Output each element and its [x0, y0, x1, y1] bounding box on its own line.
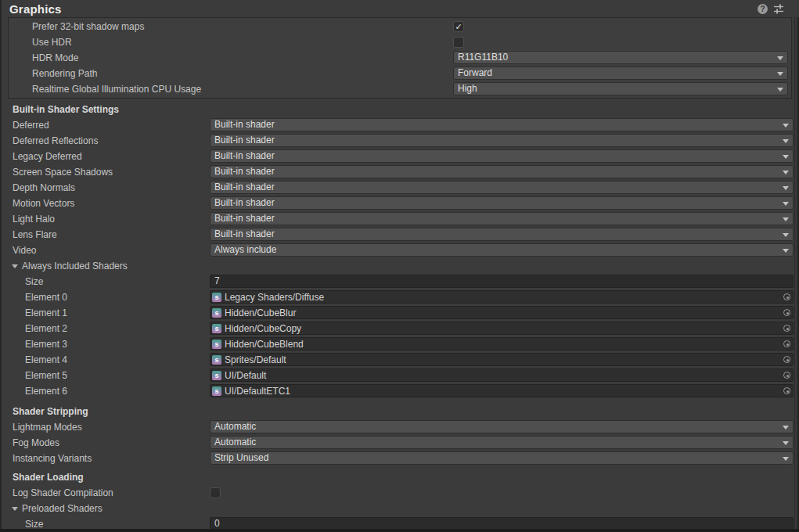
- dropdown-value: Built-in shader: [214, 182, 275, 192]
- lightmap-modes-dropdown[interactable]: Automatic: [210, 420, 794, 433]
- row-label: Size: [0, 276, 43, 287]
- object-picker-icon[interactable]: [783, 325, 790, 332]
- element-5-object-field[interactable]: s UI/Default: [210, 368, 794, 382]
- header: Graphics ? ⋮: [0, 0, 799, 17]
- always-included-size-field[interactable]: 7: [210, 275, 794, 288]
- kebab-menu-icon[interactable]: ⋮: [790, 3, 793, 14]
- object-value: UI/DefaultETC1: [225, 386, 290, 397]
- chevron-down-icon: [783, 233, 789, 237]
- object-value: Hidden/CubeBlend: [225, 339, 304, 350]
- object-picker-icon[interactable]: [783, 340, 790, 347]
- row-label: Element 0: [0, 292, 67, 303]
- section-header: Shader Stripping: [0, 404, 799, 419]
- row-label: Screen Space Shadows: [0, 167, 113, 178]
- motion-vectors-dropdown[interactable]: Built-in shader: [210, 196, 794, 210]
- preloaded-shaders-foldout[interactable]: Preloaded Shaders: [0, 501, 799, 516]
- object-picker-icon[interactable]: [783, 387, 790, 394]
- row-label: Use HDR: [9, 37, 72, 48]
- element-4-object-field[interactable]: s Sprites/Default: [210, 353, 794, 366]
- shader-icon: s: [212, 340, 221, 349]
- log-shader-compilation-checkbox[interactable]: [210, 487, 221, 498]
- shader-icon: s: [212, 386, 221, 396]
- row-label: Fog Modes: [0, 437, 59, 448]
- shader-icon: s: [212, 308, 221, 318]
- prefer-32bit-shadow-maps-checkbox[interactable]: ✓: [453, 21, 464, 32]
- lens-flare-dropdown[interactable]: Built-in shader: [210, 228, 794, 241]
- settings-row: Instancing Variants Strip Unused: [0, 451, 799, 466]
- shader-icon: s: [212, 293, 221, 302]
- chevron-down-icon: [783, 249, 789, 253]
- depth-normals-dropdown[interactable]: Built-in shader: [210, 181, 794, 194]
- general-settings-box: Prefer 32-bit shadow maps ✓ Use HDR HDR …: [8, 17, 792, 99]
- element-0-object-field[interactable]: s Legacy Shaders/Diffuse: [210, 290, 794, 304]
- page-title: Graphics: [9, 2, 62, 16]
- row-label: Realtime Global Illumination CPU Usage: [9, 84, 201, 95]
- window-right-edge: [794, 17, 799, 529]
- screen-space-shadows-dropdown[interactable]: Built-in shader: [210, 165, 794, 178]
- dropdown-value: Built-in shader: [214, 166, 275, 177]
- always-included-shaders-foldout[interactable]: Always Included Shaders: [0, 258, 799, 274]
- hdr-mode-dropdown[interactable]: R11G11B10: [453, 51, 788, 64]
- settings-row: Light Halo Built-in shader: [0, 211, 799, 227]
- chevron-down-icon: [783, 186, 789, 190]
- dropdown-value: High: [458, 83, 477, 94]
- field-value: 7: [214, 275, 220, 286]
- chevron-down-icon: [783, 457, 789, 461]
- object-picker-icon[interactable]: [783, 309, 790, 316]
- row-label: Instancing Variants: [0, 453, 92, 464]
- object-value: Hidden/CubeBlur: [225, 307, 296, 318]
- settings-row: HDR Mode R11G11B10: [9, 50, 791, 66]
- row-label: Prefer 32-bit shadow maps: [9, 21, 144, 32]
- dropdown-value: Built-in shader: [214, 150, 275, 161]
- row-label: Lightmap Modes: [0, 422, 82, 433]
- use-hdr-checkbox[interactable]: [453, 37, 464, 48]
- element-3-object-field[interactable]: s Hidden/CubeBlend: [210, 337, 794, 350]
- realtime-gi-cpu-usage-dropdown[interactable]: High: [453, 82, 788, 95]
- dropdown-value: Built-in shader: [214, 213, 275, 224]
- rendering-path-dropdown[interactable]: Forward: [453, 66, 788, 80]
- section-title: Shader Loading: [0, 472, 84, 483]
- fog-modes-dropdown[interactable]: Automatic: [210, 436, 794, 449]
- light-halo-dropdown[interactable]: Built-in shader: [210, 212, 794, 225]
- shader-icon: s: [212, 355, 221, 365]
- settings-row: Deferred Built-in shader: [0, 117, 799, 133]
- deferred-reflections-dropdown[interactable]: Built-in shader: [210, 134, 794, 147]
- legacy-deferred-dropdown[interactable]: Built-in shader: [210, 149, 794, 163]
- chevron-down-icon: [783, 124, 789, 128]
- settings-row: Motion Vectors Built-in shader: [0, 196, 799, 211]
- element-2-object-field[interactable]: s Hidden/CubeCopy: [210, 322, 794, 335]
- deferred-dropdown[interactable]: Built-in shader: [210, 118, 794, 131]
- settings-row: Size 7: [0, 274, 799, 289]
- settings-row: Lightmap Modes Automatic: [0, 419, 799, 435]
- graphics-settings-window: Graphics ? ⋮ Prefer 32-bit shadow maps ✓…: [0, 0, 799, 532]
- row-label: Deferred: [0, 120, 49, 131]
- instancing-variants-dropdown[interactable]: Strip Unused: [210, 451, 794, 465]
- dropdown-value: Automatic: [214, 421, 256, 432]
- row-label: Depth Normals: [0, 182, 75, 193]
- shader-icon: s: [212, 324, 221, 333]
- element-1-object-field[interactable]: s Hidden/CubeBlur: [210, 306, 794, 319]
- chevron-down-icon: [783, 139, 789, 143]
- element-6-object-field[interactable]: s UI/DefaultETC1: [210, 384, 794, 397]
- settings-row: Realtime Global Illumination CPU Usage H…: [9, 81, 791, 97]
- object-picker-icon[interactable]: [783, 356, 790, 363]
- video-dropdown[interactable]: Always include: [210, 243, 794, 257]
- settings-row: Legacy Deferred Built-in shader: [0, 149, 799, 164]
- row-label: Element 3: [0, 339, 67, 350]
- settings-row: Use HDR: [9, 34, 791, 50]
- object-picker-icon[interactable]: [783, 293, 790, 300]
- chevron-down-icon: [783, 426, 789, 430]
- dropdown-value: Strip Unused: [214, 452, 268, 463]
- settings-row: Deferred Reflections Built-in shader: [0, 133, 799, 149]
- settings-row: Element 1 s Hidden/CubeBlur: [0, 305, 799, 321]
- settings-row: Fog Modes Automatic: [0, 435, 799, 451]
- presets-icon[interactable]: [773, 3, 784, 14]
- section-header: Shader Loading: [0, 469, 799, 485]
- row-label: Element 4: [0, 354, 67, 365]
- chevron-down-icon: [783, 217, 789, 221]
- window-bottom-edge: [0, 529, 799, 532]
- row-label: Lens Flare: [0, 229, 57, 240]
- help-icon[interactable]: ?: [758, 4, 768, 14]
- object-picker-icon[interactable]: [783, 372, 790, 379]
- dropdown-value: Always include: [214, 244, 276, 255]
